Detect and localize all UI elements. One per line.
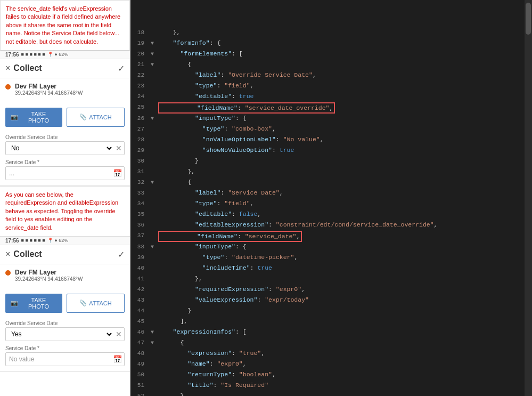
line-number-19: 19: [130, 38, 151, 48]
line-arrow-30: [151, 156, 158, 165]
code-line-49: 49 "name": "expr0",: [130, 359, 532, 370]
line-content-47: {: [158, 338, 532, 347]
collect-header-2: × Collect ✓: [0, 245, 130, 264]
collect-section-1: 17:56 ■ ■ ■ ■ ■ ■ 📍 ● 62% × Collect ✓ De…: [0, 51, 130, 186]
line-content-18: },: [158, 28, 532, 37]
code-line-50: 50 "returnType": "boolean",: [130, 370, 532, 381]
line-arrow-29: [151, 146, 158, 155]
take-photo-label-1: TAKE PHOTO: [20, 111, 57, 124]
line-content-21: {: [158, 60, 532, 69]
code-line-37: 37 "fieldName": "service_date",: [130, 231, 532, 242]
line-content-22: "label": "Override Service Date",: [158, 70, 532, 79]
left-panel: The service_date field's valueExpression…: [0, 0, 130, 396]
line-content-51: "title": "Is Required": [158, 381, 532, 390]
override-select-2[interactable]: No Yes: [6, 328, 113, 341]
attach-icon-2: 📎: [79, 300, 87, 306]
line-number-47: 47: [130, 338, 151, 347]
line-number-43: 43: [130, 295, 151, 305]
collect-title-1: Collect: [13, 63, 42, 73]
line-content-46: "expressionInfos": [: [158, 327, 532, 336]
line-number-30: 30: [130, 156, 151, 166]
line-arrow-33: [151, 188, 158, 197]
take-photo-button-1[interactable]: 📷 TAKE PHOTO: [5, 108, 62, 127]
override-select-1[interactable]: No Yes: [6, 142, 113, 155]
line-number-21: 21: [130, 60, 151, 69]
code-line-31: 31 },: [130, 167, 532, 177]
code-line-51: 51 "title": "Is Required": [130, 381, 532, 391]
layer-name-2: Dev FM Layer: [15, 269, 83, 276]
collect-header-1: × Collect ✓: [0, 59, 130, 78]
service-date-label-2: Service Date *: [5, 345, 125, 351]
line-number-51: 51: [130, 381, 151, 390]
code-line-35: 35 "editable": false,: [130, 209, 532, 220]
code-editor: 18 },19▼ "formInfo": {20▼ "formElements"…: [130, 0, 532, 396]
line-number-37: 37: [130, 231, 151, 240]
attach-button-1[interactable]: 📎 ATTACH: [67, 108, 125, 127]
code-line-47: 47▼ {: [130, 338, 532, 349]
layer-info-1: Dev FM Layer 39.242643°N 94.4166748°W: [15, 83, 83, 96]
line-number-49: 49: [130, 359, 151, 369]
scrollbar-thumb[interactable]: [526, 3, 531, 35]
line-content-37: "fieldName": "service_date",: [158, 231, 532, 242]
override-clear-2[interactable]: ✕: [113, 328, 124, 341]
line-arrow-26: ▼: [151, 114, 158, 123]
line-content-33: "label": "Service Date",: [158, 188, 532, 197]
line-content-42: "requiredExpression": "expr0",: [158, 285, 532, 294]
code-line-32: 32▼ {: [130, 177, 532, 188]
layer-dot-1: [5, 84, 11, 90]
line-arrow-20: ▼: [151, 49, 158, 58]
line-content-24: "editable": true: [158, 92, 532, 101]
code-line-43: 43 "valueExpression": "expr/today": [130, 295, 532, 306]
date-icon-2: 📅: [111, 353, 124, 366]
check-button-1[interactable]: ✓: [118, 63, 125, 74]
line-arrow-49: [151, 359, 158, 368]
line-content-43: "valueExpression": "expr/today": [158, 295, 532, 304]
line-arrow-36: [151, 220, 158, 229]
layer-row-2: Dev FM Layer 39.242643°N 94.4166748°W: [5, 269, 125, 282]
line-number-29: 29: [130, 146, 151, 155]
line-number-52: 52: [130, 391, 151, 396]
service-date-input-1[interactable]: [6, 167, 111, 179]
take-photo-button-2[interactable]: 📷 TAKE PHOTO: [5, 294, 62, 313]
line-content-26: "inputType": {: [158, 114, 532, 123]
status-time-2: 17:56: [5, 238, 19, 244]
code-line-40: 40 "includeTime": true: [130, 263, 532, 274]
line-number-46: 46: [130, 327, 151, 337]
collect-section-2: 17:56 ■ ■ ■ ■ ■ ■ 📍 ● 62% × Collect ✓ De…: [0, 237, 130, 372]
service-date-label-1: Service Date *: [5, 159, 125, 165]
code-line-45: 45 ],: [130, 317, 532, 327]
line-arrow-37: [151, 231, 158, 240]
override-clear-1[interactable]: ✕: [113, 142, 124, 155]
line-arrow-48: [151, 349, 158, 358]
line-content-31: },: [158, 167, 532, 176]
line-number-50: 50: [130, 370, 151, 379]
line-content-40: "includeTime": true: [158, 263, 532, 272]
code-editor-panel[interactable]: 18 },19▼ "formInfo": {20▼ "formElements"…: [130, 0, 532, 396]
line-content-44: }: [158, 306, 532, 315]
line-number-27: 27: [130, 124, 151, 134]
line-content-29: "showNoValueOption": true: [158, 146, 532, 155]
line-content-49: "name": "expr0",: [158, 359, 532, 368]
code-line-24: 24 "editable": true: [130, 92, 532, 102]
line-number-25: 25: [130, 102, 151, 112]
code-line-26: 26▼ "inputType": {: [130, 114, 532, 124]
line-number-24: 24: [130, 92, 151, 101]
tooltip-2: As you can see below, the requiredExpres…: [0, 186, 130, 237]
scrollbar[interactable]: [525, 0, 532, 396]
code-line-25: 25 "fieldName": "service_date_override",: [130, 102, 532, 114]
line-arrow-22: [151, 70, 158, 79]
status-bar-2: 17:56 ■ ■ ■ ■ ■ ■ 📍 ● 62%: [0, 237, 130, 245]
override-label-1: Override Service Date: [5, 134, 125, 140]
close-button-2[interactable]: ×: [5, 249, 10, 259]
line-arrow-39: [151, 253, 158, 262]
attach-button-2[interactable]: 📎 ATTACH: [67, 294, 125, 313]
code-line-34: 34 "type": "field",: [130, 199, 532, 209]
status-icons-2: ■ ■ ■ ■ ■ ■: [21, 238, 45, 243]
code-line-52: 52 },: [130, 391, 532, 396]
layer-dot-2: [5, 270, 11, 276]
line-number-26: 26: [130, 114, 151, 123]
check-button-2[interactable]: ✓: [118, 249, 125, 260]
close-button-1[interactable]: ×: [5, 63, 10, 73]
layer-coords-1: 39.242643°N 94.4166748°W: [15, 90, 83, 96]
service-date-input-2[interactable]: [6, 353, 111, 365]
